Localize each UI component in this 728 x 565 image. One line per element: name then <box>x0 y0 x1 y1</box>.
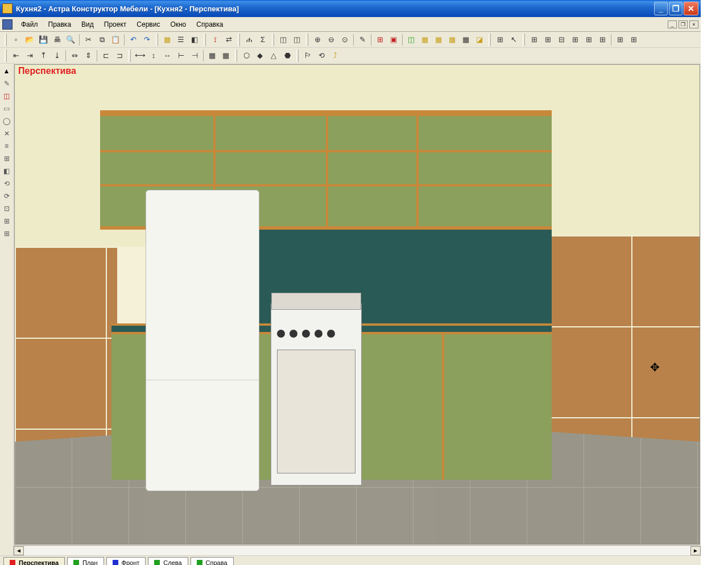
tool-icon[interactable]: ▭ <box>1 103 13 114</box>
copy-icon[interactable]: ⧉ <box>96 34 108 46</box>
minimize-button[interactable]: _ <box>654 2 668 15</box>
tool-icon[interactable]: ⊞ <box>494 34 506 46</box>
menu-help[interactable]: Справка <box>191 19 228 30</box>
tool-icon[interactable]: ⤴ <box>329 49 341 62</box>
preview-icon[interactable]: 🔍 <box>64 34 77 46</box>
align-icon[interactable]: ⊏ <box>100 49 112 62</box>
tool-icon[interactable]: ◫ <box>277 34 289 46</box>
toolbar-grip[interactable] <box>156 34 158 46</box>
scroll-right-icon[interactable]: ► <box>690 546 701 555</box>
toolbar-grip[interactable] <box>5 34 7 46</box>
dim-icon[interactable]: ↔ <box>161 49 173 62</box>
tool-icon[interactable]: ▦ <box>460 34 472 46</box>
tool-icon[interactable]: ⊞ <box>528 34 540 46</box>
tool-icon[interactable]: ⟟ <box>209 34 221 46</box>
toolbar-grip[interactable] <box>129 49 131 62</box>
dim-icon[interactable]: ⊢ <box>175 49 187 62</box>
tool-icon[interactable]: ▦ <box>446 34 458 46</box>
tool-icon[interactable]: ⟲ <box>1 178 13 189</box>
dim-icon[interactable]: ▦ <box>220 49 232 62</box>
grid-icon[interactable]: ▦ <box>161 34 173 46</box>
tool-icon[interactable]: ◫ <box>1 90 13 102</box>
tool-icon[interactable]: ⟳ <box>1 190 13 202</box>
dim-icon[interactable]: ⊣ <box>188 49 201 62</box>
toolbar-grip[interactable] <box>238 34 240 46</box>
cut-icon[interactable]: ✂ <box>82 34 94 46</box>
dim-icon[interactable]: ⟷ <box>134 49 146 62</box>
align-icon[interactable]: ⊐ <box>113 49 126 62</box>
toolbar-grip[interactable] <box>296 49 299 62</box>
tool-icon[interactable]: ⊞ <box>541 34 554 46</box>
align-icon[interactable]: ⤓ <box>51 49 63 62</box>
redo-icon[interactable]: ↷ <box>140 34 153 46</box>
tool-icon[interactable]: ⊞ <box>627 34 640 46</box>
align-icon[interactable]: ⇥ <box>23 49 36 62</box>
tool-icon[interactable]: ⊞ <box>582 34 595 46</box>
tool-icon[interactable]: ⊞ <box>1 228 13 239</box>
tab-front[interactable]: Фронт <box>106 557 146 566</box>
mdi-close-button[interactable]: × <box>689 20 698 28</box>
mdi-restore-button[interactable]: ❐ <box>679 20 688 28</box>
tool-icon[interactable]: ✕ <box>1 128 13 139</box>
tool-icon[interactable]: ⊞ <box>1 215 13 227</box>
tool-icon[interactable]: ◧ <box>1 165 13 177</box>
viewport-3d[interactable]: ▲ ▼ <box>14 64 700 545</box>
tool-icon[interactable]: ↖ <box>507 34 520 46</box>
align-icon[interactable]: ⇤ <box>10 49 22 62</box>
toolbar-grip[interactable] <box>204 34 206 46</box>
new-icon[interactable]: ▫ <box>10 34 22 46</box>
tab-plan[interactable]: План <box>67 557 104 566</box>
tool-icon[interactable]: ⊞ <box>374 34 386 46</box>
tool-icon[interactable]: ⊞ <box>614 34 626 46</box>
shape-icon[interactable]: △ <box>267 49 280 62</box>
mdi-minimize-button[interactable]: _ <box>668 20 677 28</box>
menu-edit[interactable]: Правка <box>43 19 77 30</box>
palette-icon[interactable]: ◧ <box>188 34 201 46</box>
align-icon[interactable]: ⇔ <box>68 49 81 62</box>
layers-icon[interactable]: ☰ <box>175 34 187 46</box>
print-icon[interactable]: 🖶 <box>51 34 63 46</box>
tool-icon[interactable]: ⊞ <box>1 153 13 164</box>
shape-icon[interactable]: ⬡ <box>240 49 253 62</box>
tool-icon[interactable]: ⊞ <box>596 34 609 46</box>
tool-icon[interactable]: ✎ <box>1 78 13 89</box>
dim-icon[interactable]: ▦ <box>206 49 218 62</box>
tool-icon[interactable]: ⊞ <box>569 34 581 46</box>
toolbar-grip[interactable] <box>489 34 491 46</box>
horizontal-scrollbar[interactable]: ◄ ► <box>14 545 701 555</box>
tool-icon[interactable]: ≡ <box>1 140 13 152</box>
dim-icon[interactable]: ↕ <box>147 49 160 62</box>
select-icon[interactable]: ▲ <box>1 65 13 77</box>
paste-icon[interactable]: 📋 <box>109 34 122 46</box>
zoom-fit-icon[interactable]: ⊙ <box>338 34 351 46</box>
toolbar-grip[interactable] <box>235 49 237 62</box>
zoom-out-icon[interactable]: ⊖ <box>325 34 337 46</box>
tool-icon[interactable]: ▣ <box>387 34 400 46</box>
tool-icon[interactable]: ▦ <box>419 34 431 46</box>
toolbar-grip[interactable] <box>5 49 7 62</box>
menu-file[interactable]: Файл <box>16 19 43 30</box>
tool-icon[interactable]: ◫ <box>405 34 417 46</box>
undo-icon[interactable]: ↶ <box>127 34 139 46</box>
graph-icon[interactable]: ሐ <box>243 34 255 46</box>
scroll-left-icon[interactable]: ◄ <box>14 546 24 555</box>
close-button[interactable]: ✕ <box>684 2 698 15</box>
tool-icon[interactable]: ⊟ <box>555 34 568 46</box>
tool-icon[interactable]: ⇄ <box>222 34 235 46</box>
save-icon[interactable]: 💾 <box>37 34 49 46</box>
tool-icon[interactable]: ◪ <box>473 34 486 46</box>
align-icon[interactable]: ⇕ <box>82 49 94 62</box>
open-icon[interactable]: 📂 <box>23 34 36 46</box>
menu-window[interactable]: Окно <box>165 19 191 30</box>
maximize-button[interactable]: ❐ <box>669 2 682 15</box>
tool-icon[interactable]: ◯ <box>1 115 13 127</box>
toolbar-grip[interactable] <box>272 34 274 46</box>
tool-icon[interactable]: ◫ <box>291 34 303 46</box>
tab-perspective[interactable]: Перспектива <box>3 557 65 566</box>
tool-icon[interactable]: ⊡ <box>1 203 13 214</box>
tool-icon[interactable]: ⟲ <box>315 49 328 62</box>
shape-icon[interactable]: ⬣ <box>281 49 293 62</box>
menu-service[interactable]: Сервис <box>131 19 165 30</box>
menu-view[interactable]: Вид <box>76 19 99 30</box>
tool-icon[interactable]: ✎ <box>356 34 369 46</box>
